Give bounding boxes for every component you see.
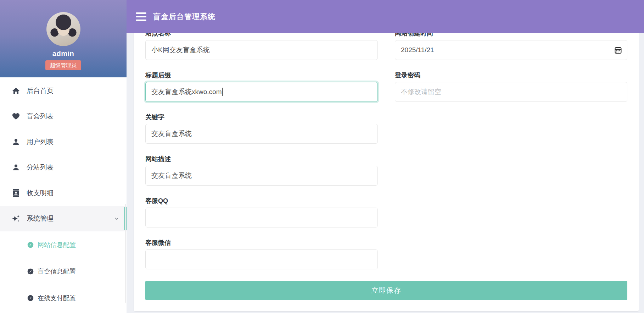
service-wechat-input[interactable] [145, 249, 378, 269]
sidebar-item-label: 系统管理 [27, 214, 114, 223]
sidebar-item-label: 收支明细 [27, 188, 119, 198]
sidebar-item-user-list[interactable]: 用户列表 [0, 129, 127, 155]
password-label: 登录密码 [395, 71, 627, 79]
form-column-left: 站点名称 标题后缀 交友盲盒系统xkwo.com 关键字 [145, 33, 378, 281]
topbar: 盲盒后台管理系统 [127, 0, 644, 33]
sidebar-item-substation-list[interactable]: 分站列表 [0, 155, 127, 180]
sidebar-item-blindbox-list[interactable]: 盲盒列表 [0, 104, 127, 129]
sidebar-item-system-management[interactable]: 系统管理 [0, 206, 127, 231]
field-service-qq: 客服QQ [145, 197, 378, 227]
created-time-label: 网站创建时间 [395, 33, 627, 37]
settings-form-card: 站点名称 标题后缀 交友盲盒系统xkwo.com 关键字 [134, 33, 639, 311]
submenu-item-online-payment-config[interactable]: 在线支付配置 [0, 285, 127, 311]
sidebar-scrollbar[interactable] [125, 204, 126, 303]
sidebar-item-label: 分站列表 [27, 163, 119, 172]
title-suffix-input[interactable]: 交友盲盒系统xkwo.com [145, 82, 378, 102]
field-title-suffix: 标题后缀 交友盲盒系统xkwo.com [145, 71, 378, 102]
heart-icon [12, 112, 20, 121]
app-title: 盲盒后台管理系统 [153, 12, 215, 22]
save-button[interactable]: 立即保存 [145, 281, 627, 300]
username: admin [52, 50, 74, 58]
main-area: 盲盒后台管理系统 站点名称 标题后缀 交友盲盒系统xkwo.com [127, 0, 644, 313]
service-qq-label: 客服QQ [145, 197, 378, 205]
service-qq-input[interactable] [145, 208, 378, 227]
chevron-down-icon [114, 216, 119, 221]
description-label: 网站描述 [145, 155, 378, 163]
submenu-item-label: 盲盒信息配置 [38, 267, 76, 276]
compass-icon [27, 295, 34, 302]
title-suffix-value: 交友盲盒系统xkwo.com [151, 87, 222, 97]
sidebar-item-dashboard[interactable]: 后台首页 [0, 78, 127, 104]
text-caret [222, 88, 223, 96]
submenu-item-label: 网站信息配置 [38, 241, 76, 249]
sidebar-item-income-expense[interactable]: 收支明细 [0, 180, 127, 206]
sparkles-icon [12, 214, 20, 223]
field-created-time: 网站创建时间 [395, 33, 627, 60]
form-column-right: 网站创建时间 [395, 33, 627, 281]
compass-icon [27, 241, 34, 248]
app-window: admin 超级管理员 后台首页 盲盒列表 用户列表 [0, 0, 644, 313]
sidebar-submenu: 网站信息配置 盲盒信息配置 在线支付配置 [0, 231, 127, 311]
submenu-item-blindbox-info-config[interactable]: 盲盒信息配置 [0, 258, 127, 285]
field-description: 网站描述 [145, 155, 378, 186]
sidebar-item-label: 后台首页 [27, 86, 119, 95]
field-site-name: 站点名称 [145, 33, 378, 60]
calendar-icon[interactable] [614, 46, 622, 54]
title-suffix-label: 标题后缀 [145, 71, 378, 79]
sidebar: admin 超级管理员 后台首页 盲盒列表 用户列表 [0, 0, 127, 313]
keywords-label: 关键字 [145, 113, 378, 121]
site-name-input[interactable] [145, 40, 378, 60]
description-input[interactable] [145, 166, 378, 186]
home-icon [12, 87, 20, 95]
sidebar-profile: admin 超级管理员 [0, 0, 127, 77]
created-time-input[interactable] [395, 40, 627, 60]
sidebar-item-label: 用户列表 [27, 137, 119, 147]
service-wechat-label: 客服微信 [145, 239, 378, 247]
compass-icon [27, 268, 34, 275]
field-password: 登录密码 [395, 71, 627, 102]
field-service-wechat: 客服微信 [145, 239, 378, 269]
user-icon [12, 163, 20, 172]
submenu-item-site-info-config[interactable]: 网站信息配置 [0, 231, 127, 258]
keywords-input[interactable] [145, 124, 378, 144]
ledger-icon [12, 189, 20, 197]
submenu-item-label: 在线支付配置 [38, 294, 76, 302]
field-keywords: 关键字 [145, 113, 378, 144]
role-badge: 超级管理员 [45, 60, 81, 70]
password-input[interactable] [395, 82, 627, 102]
content-area: 站点名称 标题后缀 交友盲盒系统xkwo.com 关键字 [127, 33, 644, 313]
hamburger-menu-icon[interactable] [136, 12, 146, 21]
avatar [46, 12, 80, 46]
sidebar-menu: 后台首页 盲盒列表 用户列表 分站列表 [0, 77, 127, 311]
site-name-label: 站点名称 [145, 33, 378, 37]
user-icon [12, 138, 20, 146]
sidebar-item-label: 盲盒列表 [27, 112, 119, 121]
